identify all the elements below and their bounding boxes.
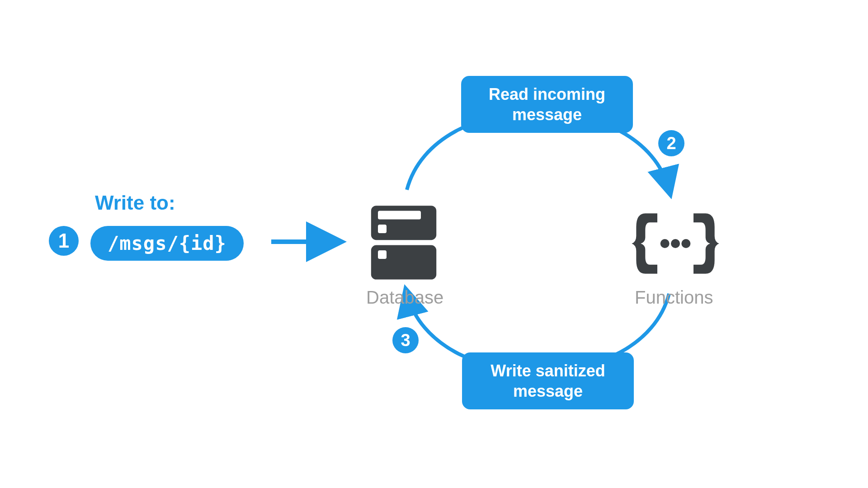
svg-point-7 [681, 239, 690, 248]
svg-point-5 [660, 239, 670, 248]
path-pill: /msgs/{id} [90, 226, 244, 261]
svg-rect-1 [378, 211, 421, 220]
functions-caption: Functions [635, 287, 713, 308]
step-badge-1: 1 [49, 226, 79, 256]
step-number-2: 2 [666, 134, 676, 153]
svg-rect-2 [378, 225, 387, 233]
svg-point-6 [671, 239, 680, 248]
database-icon [361, 199, 447, 286]
write-to-label: Write to: [95, 192, 175, 214]
diagram-canvas: Write to: 1 /msgs/{id} Database Function… [0, 0, 868, 488]
step-3-line1: Write sanitized [491, 361, 605, 380]
step-2-label: Read incoming message [461, 76, 633, 133]
database-caption: Database [366, 287, 443, 308]
step-number-3: 3 [401, 331, 410, 350]
step-badge-3: 3 [392, 327, 419, 353]
step-badge-2: 2 [658, 130, 684, 156]
svg-rect-4 [378, 250, 387, 259]
functions-icon [630, 201, 721, 288]
step-2-line2: message [512, 105, 582, 124]
step-3-label: Write sanitized message [462, 352, 634, 409]
step-3-line2: message [513, 382, 583, 400]
step-2-line1: Read incoming [489, 85, 605, 103]
step-number-1: 1 [58, 230, 69, 252]
